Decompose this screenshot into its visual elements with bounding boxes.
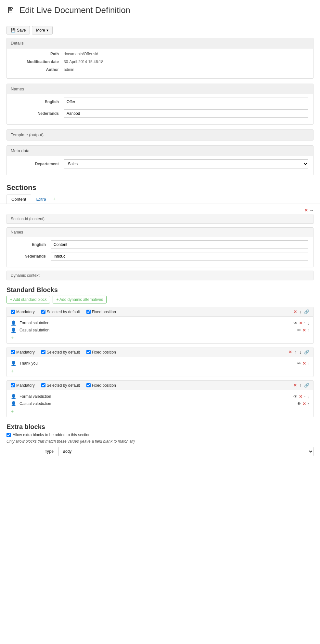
template-header: Template (output) bbox=[7, 130, 313, 140]
block-delete-icon-2[interactable]: ✕ bbox=[288, 350, 292, 355]
block-item-casual-salutation: 👤 Casual salutation 👁 ✕ ↑ bbox=[11, 327, 309, 334]
extra-blocks-section: Allow extra blocks to be added to this s… bbox=[6, 433, 314, 456]
english-row: English bbox=[12, 98, 308, 106]
section-dutch-input[interactable] bbox=[51, 252, 308, 261]
view-icon-3[interactable]: 👁 bbox=[297, 361, 301, 366]
page-header: 🗎 Edit Live Document Definition bbox=[0, 0, 320, 19]
block-down-icon-2[interactable]: ↓ bbox=[300, 350, 302, 355]
section-id-card: Section-id (content) bbox=[6, 214, 314, 224]
fixed-position-checkbox-2[interactable]: Fixed position bbox=[86, 350, 116, 355]
block-name-thank-you: Thank you bbox=[19, 361, 294, 366]
add-item-plus-3[interactable]: + bbox=[11, 409, 309, 414]
block-card-2: Mandatory Selected by default Fixed posi… bbox=[6, 347, 314, 377]
metadata-body: Departement Sales Marketing HR Finance bbox=[7, 156, 313, 175]
save-button[interactable]: 💾 Save bbox=[6, 26, 30, 34]
fixed-position-checkbox-3[interactable]: Fixed position bbox=[86, 383, 116, 388]
add-buttons-row: + Add standard block + Add dynamic alter… bbox=[6, 296, 314, 303]
block-name-casual-valediction: Casual valediction bbox=[19, 401, 294, 406]
view-icon-1[interactable]: 👁 bbox=[293, 321, 298, 326]
block-card-2-actions: ✕ ↑ ↓ 🔗 bbox=[288, 350, 309, 355]
add-standard-block-button[interactable]: + Add standard block bbox=[6, 296, 50, 303]
up-icon-3[interactable]: ↑ bbox=[307, 361, 310, 366]
template-card: Template (output) bbox=[6, 129, 314, 141]
remove-icon-1[interactable]: ✕ bbox=[299, 321, 302, 326]
block-item-formal-valediction: 👤 Formal valediction 👁 ✕ ↑ ↓ bbox=[11, 393, 309, 400]
remove-icon-3[interactable]: ✕ bbox=[302, 361, 306, 366]
block-item-thank-you: 👤 Thank you 👁 ✕ ↑ bbox=[11, 360, 309, 367]
dutch-label: Nederlands bbox=[12, 111, 64, 116]
block-card-2-header: Mandatory Selected by default Fixed posi… bbox=[7, 347, 313, 357]
remove-icon-4[interactable]: ✕ bbox=[299, 394, 302, 399]
save-icon: 💾 bbox=[11, 28, 16, 33]
metadata-header: Meta data bbox=[7, 146, 313, 156]
section-english-input[interactable] bbox=[51, 240, 308, 249]
names-card: Names English Nederlands bbox=[6, 84, 314, 125]
view-icon-5[interactable]: 👁 bbox=[297, 401, 301, 406]
sections-title: Sections bbox=[0, 180, 320, 195]
names-body: English Nederlands bbox=[7, 94, 313, 124]
dept-label: Departement bbox=[12, 162, 64, 166]
block-delete-icon-3[interactable]: ✕ bbox=[293, 383, 297, 388]
mod-date-row: Modification date 30-April-2014 15:46:18 bbox=[12, 60, 308, 64]
page-title: Edit Live Document Definition bbox=[19, 5, 130, 15]
mod-date-label: Modification date bbox=[12, 60, 64, 64]
add-item-plus-2[interactable]: + bbox=[11, 368, 309, 374]
block-card-1-header: Mandatory Selected by default Fixed posi… bbox=[7, 307, 313, 317]
selected-default-checkbox-2[interactable]: Selected by default bbox=[41, 350, 80, 355]
section-names-header: Names bbox=[7, 228, 313, 237]
block-up-icon-2[interactable]: ↑ bbox=[295, 350, 297, 355]
up-icon-1[interactable]: ↑ bbox=[304, 321, 306, 326]
extra-blocks-title: Extra blocks bbox=[6, 421, 314, 433]
add-dynamic-alternatives-button[interactable]: + Add dynamic alternatives bbox=[53, 296, 107, 303]
mandatory-checkbox-1[interactable]: Mandatory bbox=[11, 310, 35, 314]
down-icon-4[interactable]: ↓ bbox=[307, 394, 310, 399]
extra-type-label: Type bbox=[6, 449, 58, 454]
selected-default-checkbox-1[interactable]: Selected by default bbox=[41, 310, 80, 314]
block-down-icon-1[interactable]: ↓ bbox=[300, 309, 302, 314]
selected-default-checkbox-3[interactable]: Selected by default bbox=[41, 383, 80, 388]
block-link-icon-1[interactable]: 🔗 bbox=[304, 309, 309, 314]
block-delete-icon-1[interactable]: ✕ bbox=[293, 309, 297, 314]
section-delete-icon[interactable]: ✕ bbox=[304, 208, 308, 213]
more-button[interactable]: More ▾ bbox=[32, 26, 52, 34]
dutch-input[interactable] bbox=[64, 109, 308, 118]
section-id-header: Section-id (content) bbox=[7, 214, 313, 224]
block-card-1-actions: ✕ ↓ 🔗 bbox=[293, 309, 310, 314]
remove-icon-2[interactable]: ✕ bbox=[302, 328, 306, 333]
section-move-controls: ✕ → bbox=[6, 207, 314, 214]
extra-type-select[interactable]: Body Header Footer Sidebar bbox=[58, 447, 314, 456]
block-link-icon-2[interactable]: 🔗 bbox=[304, 350, 309, 355]
dept-select[interactable]: Sales Marketing HR Finance bbox=[64, 159, 308, 168]
tab-content[interactable]: Content bbox=[6, 195, 31, 204]
view-icon-4[interactable]: 👁 bbox=[293, 394, 298, 399]
section-move-right-icon[interactable]: → bbox=[309, 208, 314, 213]
view-icon-2[interactable]: 👁 bbox=[297, 328, 301, 333]
tab-extra[interactable]: Extra bbox=[32, 195, 51, 204]
up-icon-5[interactable]: ↑ bbox=[307, 401, 310, 406]
up-icon-4[interactable]: ↑ bbox=[304, 394, 306, 399]
down-icon-1[interactable]: ↓ bbox=[307, 321, 310, 326]
up-icon-2[interactable]: ↑ bbox=[307, 328, 310, 333]
add-item-plus-1[interactable]: + bbox=[11, 335, 309, 341]
block-item-actions-5: 👁 ✕ ↑ bbox=[297, 401, 310, 406]
mandatory-checkbox-3[interactable]: Mandatory bbox=[11, 383, 35, 388]
block-link-icon-3[interactable]: 🔗 bbox=[304, 383, 309, 388]
header-divider bbox=[6, 21, 314, 21]
fixed-position-checkbox-1[interactable]: Fixed position bbox=[86, 310, 116, 314]
section-content-area: ✕ → Section-id (content) Names English N… bbox=[6, 207, 314, 456]
dynamic-context-card: Dynamic context bbox=[6, 271, 314, 280]
allow-extra-blocks-checkbox[interactable] bbox=[6, 433, 11, 437]
mandatory-checkbox-2[interactable]: Mandatory bbox=[11, 350, 35, 355]
path-label: Path bbox=[12, 52, 64, 56]
english-input[interactable] bbox=[64, 98, 308, 106]
dutch-row: Nederlands bbox=[12, 109, 308, 118]
add-tab-button[interactable]: + bbox=[51, 195, 57, 203]
sections-tabs: Content Extra + bbox=[0, 195, 320, 204]
block-up-icon-3[interactable]: ↑ bbox=[300, 383, 302, 388]
section-english-label: English bbox=[12, 242, 51, 247]
block-person-icon-4: 👤 bbox=[11, 394, 16, 399]
block-item-actions-4: 👁 ✕ ↑ ↓ bbox=[293, 394, 309, 399]
remove-icon-5[interactable]: ✕ bbox=[302, 401, 306, 406]
block-name-formal-valediction: Formal valediction bbox=[19, 394, 290, 399]
extra-type-row: Type Body Header Footer Sidebar bbox=[6, 447, 314, 456]
